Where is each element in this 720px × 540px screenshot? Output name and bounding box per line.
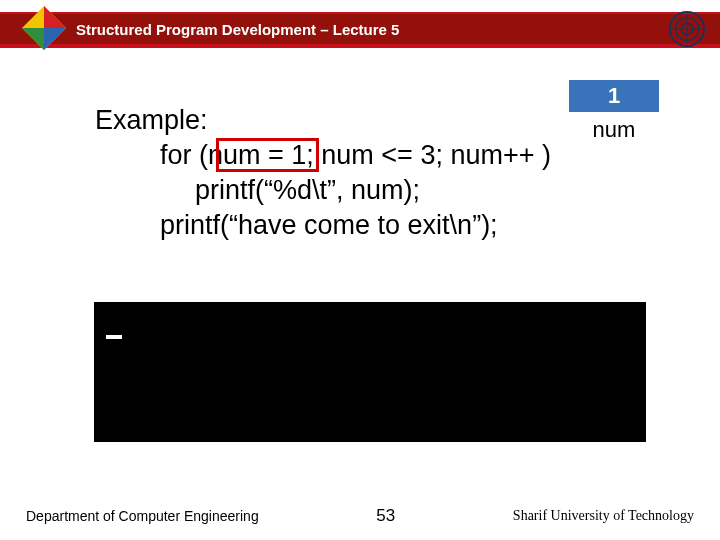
highlight-box <box>216 138 319 172</box>
svg-marker-3 <box>22 28 44 50</box>
code-line-printf2: printf(“have come to exit\n”); <box>160 210 498 241</box>
lecture-title: Structured Program Development – Lecture… <box>76 21 399 38</box>
university-seal-icon <box>668 10 706 48</box>
example-heading: Example: <box>95 105 208 136</box>
svg-marker-2 <box>44 28 66 50</box>
puzzle-logo-icon <box>20 4 68 52</box>
svg-marker-1 <box>44 6 66 28</box>
footer: Department of Computer Engineering 53 Sh… <box>0 506 720 526</box>
slide-number: 53 <box>376 506 395 526</box>
code-line-printf1: printf(“%d\t”, num); <box>195 175 420 206</box>
footer-department: Department of Computer Engineering <box>26 508 259 524</box>
variable-label: num <box>569 117 659 143</box>
variable-value-box: 1 <box>569 80 659 112</box>
header: Structured Program Development – Lecture… <box>76 14 399 44</box>
cursor-icon <box>106 335 122 339</box>
slide: Structured Program Development – Lecture… <box>0 0 720 540</box>
variable-value: 1 <box>608 83 620 109</box>
footer-university: Sharif University of Technology <box>513 508 694 524</box>
console-output <box>94 302 646 442</box>
